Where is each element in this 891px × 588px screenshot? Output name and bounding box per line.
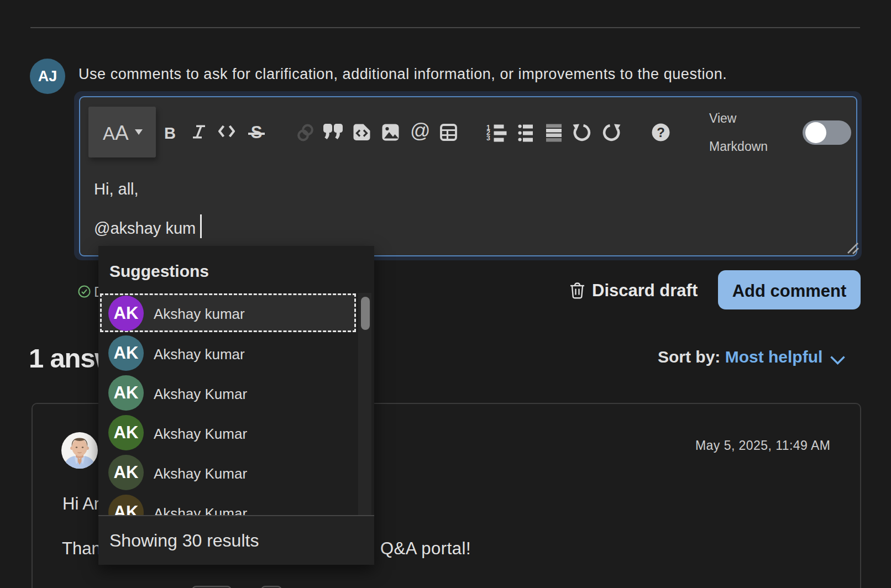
svg-text:?: ? (657, 125, 665, 140)
svg-text:S: S (251, 123, 263, 140)
svg-text:3: 3 (486, 134, 490, 142)
